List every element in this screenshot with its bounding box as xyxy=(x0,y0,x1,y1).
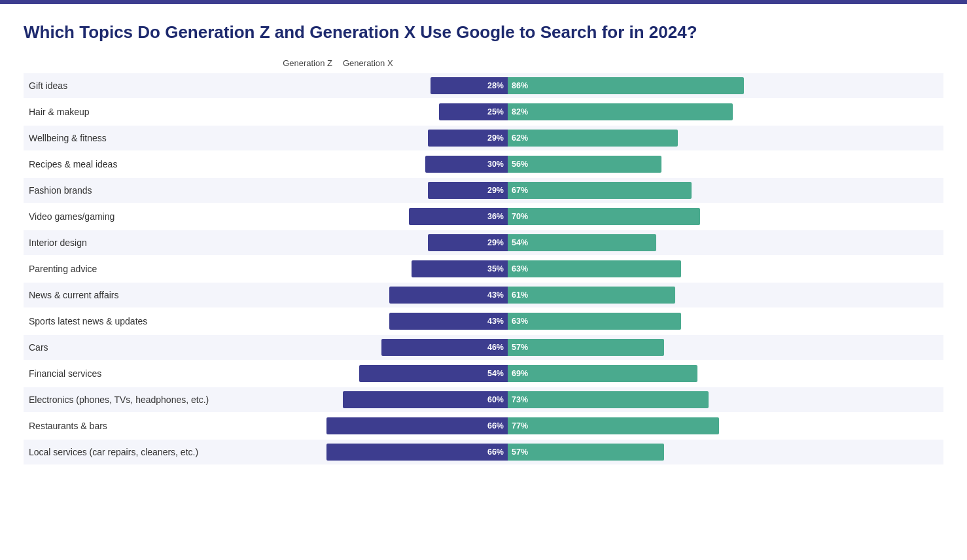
genx-value: 54% xyxy=(512,238,528,247)
genx-bar: 70% xyxy=(508,208,700,225)
table-row: Sports latest news & updates 43% 63% xyxy=(24,309,943,334)
genz-bar: 66% xyxy=(326,417,508,434)
genx-value: 77% xyxy=(512,421,528,430)
genz-bar: 54% xyxy=(359,365,508,382)
genz-bar-container: 36% xyxy=(233,208,508,225)
genx-value: 67% xyxy=(512,186,528,195)
genx-value: 62% xyxy=(512,133,528,143)
bars-area: 66% 57% xyxy=(233,440,943,464)
genx-value: 86% xyxy=(512,81,528,90)
genx-value: 63% xyxy=(512,264,528,273)
genz-bar: 46% xyxy=(381,339,508,356)
legend-genz: Generation Z xyxy=(233,58,338,68)
table-row: Video games/gaming 36% 70% xyxy=(24,204,943,229)
genz-value: 46% xyxy=(487,343,504,352)
genz-value: 60% xyxy=(487,395,504,404)
genz-bar-container: 29% xyxy=(233,182,508,199)
genx-bar-container: 82% xyxy=(508,103,943,120)
bars-area: 29% 54% xyxy=(233,230,943,255)
genx-value: 61% xyxy=(512,290,528,300)
genx-bar: 57% xyxy=(508,444,664,461)
table-row: News & current affairs 43% 61% xyxy=(24,283,943,307)
table-row: Financial services 54% 69% xyxy=(24,361,943,386)
genx-bar: 63% xyxy=(508,313,681,330)
bars-area: 43% 63% xyxy=(233,309,943,334)
genx-bar-container: 63% xyxy=(508,260,943,277)
genz-value: 29% xyxy=(487,186,504,195)
genz-value: 66% xyxy=(487,421,504,430)
genx-bar-container: 77% xyxy=(508,417,943,434)
genx-value: 56% xyxy=(512,160,528,169)
genz-bar: 25% xyxy=(439,103,508,120)
genx-bar-container: 67% xyxy=(508,182,943,199)
row-label: Parenting advice xyxy=(24,264,233,274)
genx-bar-container: 63% xyxy=(508,313,943,330)
genz-value: 25% xyxy=(487,107,504,116)
row-label: Wellbeing & fitness xyxy=(24,133,233,143)
genz-bar: 28% xyxy=(431,77,508,94)
genx-bar: 57% xyxy=(508,339,664,356)
row-label: Sports latest news & updates xyxy=(24,316,233,326)
genz-bar: 36% xyxy=(409,208,508,225)
row-label: Local services (car repairs, cleaners, e… xyxy=(24,447,233,457)
genz-bar-container: 29% xyxy=(233,130,508,147)
genx-bar-container: 57% xyxy=(508,444,943,461)
chart-title: Which Topics Do Generation Z and Generat… xyxy=(24,22,943,43)
genx-bar: 61% xyxy=(508,287,675,304)
genz-bar-container: 66% xyxy=(233,417,508,434)
genx-bar-container: 70% xyxy=(508,208,943,225)
genx-value: 63% xyxy=(512,317,528,326)
genz-bar-container: 43% xyxy=(233,313,508,330)
row-label: Fashion brands xyxy=(24,185,233,196)
table-row: Restaurants & bars 66% 77% xyxy=(24,413,943,438)
row-label: Recipes & meal ideas xyxy=(24,159,233,169)
row-label: Hair & makeup xyxy=(24,107,233,117)
bars-area: 46% 57% xyxy=(233,335,943,360)
legend-genx: Generation X xyxy=(338,58,442,68)
genz-value: 30% xyxy=(487,160,504,169)
genz-bar: 29% xyxy=(428,182,508,199)
genx-value: 57% xyxy=(512,343,528,352)
genx-bar: 56% xyxy=(508,156,661,173)
genx-bar-container: 69% xyxy=(508,365,943,382)
row-label: Cars xyxy=(24,342,233,353)
genz-value: 35% xyxy=(487,264,504,273)
genz-bar-container: 54% xyxy=(233,365,508,382)
genz-bar: 43% xyxy=(389,313,508,330)
table-row: Hair & makeup 25% 82% xyxy=(24,99,943,124)
genz-bar: 35% xyxy=(412,260,508,277)
bars-area: 43% 61% xyxy=(233,283,943,307)
bars-area: 54% 69% xyxy=(233,361,943,386)
genz-bar-container: 66% xyxy=(233,444,508,461)
row-label: Electronics (phones, TVs, headphones, et… xyxy=(24,394,233,405)
table-row: Recipes & meal ideas 30% 56% xyxy=(24,152,943,177)
genx-value: 70% xyxy=(512,212,528,221)
genz-bar: 30% xyxy=(425,156,508,173)
table-row: Electronics (phones, TVs, headphones, et… xyxy=(24,387,943,412)
genz-bar: 43% xyxy=(389,287,508,304)
genx-bar: 77% xyxy=(508,417,719,434)
genx-bar-container: 62% xyxy=(508,130,943,147)
genx-bar: 62% xyxy=(508,130,678,147)
bars-area: 30% 56% xyxy=(233,152,943,177)
genx-bar: 73% xyxy=(508,391,709,408)
chart-rows: Gift ideas 28% 86% Hair & makeup 25% xyxy=(24,73,943,464)
genx-bar-container: 54% xyxy=(508,234,943,251)
row-label: Financial services xyxy=(24,368,233,379)
table-row: Fashion brands 29% 67% xyxy=(24,178,943,203)
bars-area: 36% 70% xyxy=(233,204,943,229)
bars-area: 60% 73% xyxy=(233,387,943,412)
row-label: News & current affairs xyxy=(24,290,233,300)
row-label: Interior design xyxy=(24,237,233,248)
table-row: Wellbeing & fitness 29% 62% xyxy=(24,126,943,150)
genx-bar: 82% xyxy=(508,103,733,120)
genz-value: 54% xyxy=(487,369,504,378)
genx-bar: 54% xyxy=(508,234,656,251)
genz-bar-container: 60% xyxy=(233,391,508,408)
genx-value: 57% xyxy=(512,447,528,457)
genx-bar-container: 61% xyxy=(508,287,943,304)
genx-value: 73% xyxy=(512,395,528,404)
genz-value: 43% xyxy=(487,290,504,300)
genz-value: 36% xyxy=(487,212,504,221)
genz-bar-container: 43% xyxy=(233,287,508,304)
